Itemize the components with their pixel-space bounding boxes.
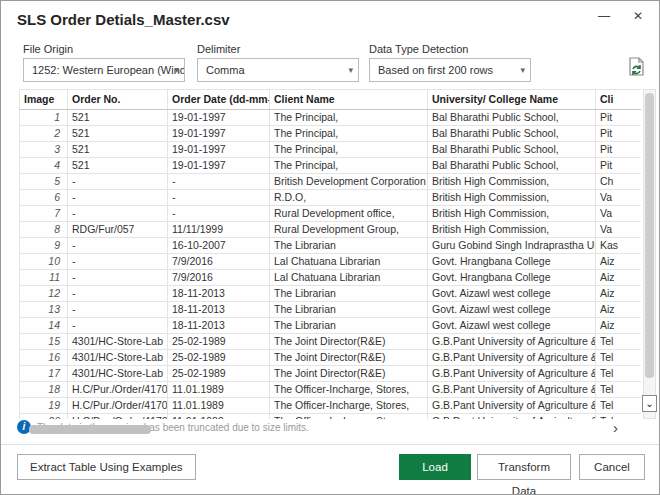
table-row[interactable]: 13-18-11-2013The LibrarianGovt. Aizawl w… [20,302,642,318]
cell-client-name: The Librarian [270,238,428,254]
cell-client-name: The Joint Director(R&E) [270,334,428,350]
table-row[interactable]: 18H.C/Pur./Order/41701011.01.1989The Off… [20,382,642,398]
file-origin-value: 1252: Western European (Windows) [32,64,185,76]
file-origin-dropdown[interactable]: 1252: Western European (Windows) ▾ [23,58,185,82]
cell-university-name: Govt. Aizawl west college [428,302,596,318]
cell-order-date: 25-02-1989 [168,350,270,366]
chevron-down-icon: ▾ [520,59,525,81]
column-header-university-name[interactable]: University/ College Name [428,90,596,110]
cell-image-rownum: 1 [20,110,68,126]
cell-university-name: Govt. Aizawl west college [428,286,596,302]
cell-university-name: Bal Bharathi Public School, [428,142,596,158]
table-row[interactable]: 9-16-10-2007The LibrarianGuru Gobind Sin… [20,238,642,254]
cell-order-no: - [68,302,168,318]
cell-image-rownum: 8 [20,222,68,238]
cell-order-date: 11.01.1989 [168,414,270,420]
table-row[interactable]: 452119-01-1997The Principal,Bal Bharathi… [20,158,642,174]
transform-data-button[interactable]: Transform Data [477,454,571,480]
cell-client-clipped: Aiz [596,302,642,318]
table-row[interactable]: 5--British Development Corporation offic… [20,174,642,190]
table-row[interactable]: 14-18-11-2013The LibrarianGovt. Aizawl w… [20,318,642,334]
cell-order-no: 4301/HC-Store-Lab [68,350,168,366]
vertical-scrollbar[interactable]: ⌄ [643,89,656,419]
cell-order-date: 18-11-2013 [168,318,270,334]
cancel-button[interactable]: Cancel [579,454,645,480]
cell-order-no: - [68,174,168,190]
cell-order-date: 7/9/2016 [168,270,270,286]
load-button[interactable]: Load [399,454,471,480]
cell-client-name: Lal Chatuana Librarian [270,270,428,286]
file-origin-label: File Origin [23,43,73,55]
cell-client-clipped: Pit [596,142,642,158]
delimiter-dropdown[interactable]: Comma ▾ [197,58,359,82]
cell-university-name: Govt. Hrangbana College [428,270,596,286]
table-row[interactable]: 174301/HC-Store-Lab25-02-1989The Joint D… [20,366,642,382]
cell-image-rownum: 3 [20,142,68,158]
data-type-detection-dropdown[interactable]: Based on first 200 rows ▾ [369,58,531,82]
scroll-right-button[interactable]: › [613,419,618,436]
cell-image-rownum: 2 [20,126,68,142]
table-row[interactable]: 6--R.D.O,British High Commission,Va [20,190,642,206]
refresh-preview-icon[interactable] [627,57,647,79]
column-header-image[interactable]: Image [20,90,68,110]
cell-client-clipped: Pit [596,110,642,126]
cell-client-name: The Officer-Incharge, Stores, [270,382,428,398]
cell-client-clipped: Aiz [596,254,642,270]
table-row[interactable]: 12-18-11-2013The LibrarianGovt. Aizawl w… [20,286,642,302]
cell-client-clipped: Va [596,190,642,206]
table-row[interactable]: 10-7/9/2016Lal Chatuana LibrarianGovt. H… [20,254,642,270]
cell-university-name: G.B.Pant University of Agriculture & Tec… [428,350,596,366]
window-controls: — ✕ [595,9,647,23]
csv-import-dialog: SLS Order Detials_Master.csv — ✕ File Or… [0,0,660,495]
cell-client-clipped: Aiz [596,318,642,334]
extract-table-button[interactable]: Extract Table Using Examples [17,454,196,480]
table-row[interactable]: 352119-01-1997The Principal,Bal Bharathi… [20,142,642,158]
table-row[interactable]: 11-7/9/2016Lal Chatuana LibrarianGovt. H… [20,270,642,286]
cell-client-name: The Librarian [270,286,428,302]
table-row[interactable]: 164301/HC-Store-Lab25-02-1989The Joint D… [20,350,642,366]
cell-order-date: 7/9/2016 [168,254,270,270]
table-row[interactable]: 152119-01-1997The Principal,Bal Bharathi… [20,110,642,126]
column-header-order-date[interactable]: Order Date (dd-mm-yyyy) [168,90,270,110]
cell-order-date: 19-01-1997 [168,126,270,142]
close-icon[interactable]: ✕ [629,9,647,23]
horizontal-scrollbar-thumb[interactable] [29,425,151,434]
table-row[interactable]: 154301/HC-Store-Lab25-02-1989The Joint D… [20,334,642,350]
table-row[interactable]: 20H.C/Pur./Order/41701011.01.1989The Off… [20,414,642,420]
cell-image-rownum: 9 [20,238,68,254]
table-row[interactable]: 7--Rural Development office,British High… [20,206,642,222]
cell-client-clipped: Aiz [596,270,642,286]
column-header-client-name[interactable]: Client Name [270,90,428,110]
cell-order-no: H.C/Pur./Order/417010 [68,398,168,414]
cell-university-name: G.B.Pant University of Agriculture & Tec… [428,398,596,414]
cell-client-clipped: Tel [596,382,642,398]
cell-client-clipped: Tel [596,398,642,414]
vertical-scrollbar-thumb[interactable] [645,93,654,378]
cell-order-no: 521 [68,126,168,142]
dialog-title: SLS Order Detials_Master.csv [17,11,230,28]
minimize-icon[interactable]: — [595,9,613,23]
cell-client-name: R.D.O, [270,190,428,206]
cell-image-rownum: 7 [20,206,68,222]
scroll-down-button[interactable]: ⌄ [642,395,657,412]
cell-order-no: H.C/Pur./Order/417010 [68,382,168,398]
cell-order-no: - [68,318,168,334]
cell-image-rownum: 6 [20,190,68,206]
table-row[interactable]: 19H.C/Pur./Order/41701011.01.1989The Off… [20,398,642,414]
cell-order-date: - [168,206,270,222]
cell-order-date: 25-02-1989 [168,334,270,350]
chevron-down-icon: ▾ [174,59,179,81]
cell-order-no: 4301/HC-Store-Lab [68,366,168,382]
data-type-detection-label: Data Type Detection [369,43,468,55]
table-row[interactable]: 8RDG/Fur/05711/11/1999Rural Development … [20,222,642,238]
cell-client-name: The Principal, [270,126,428,142]
cell-university-name: Bal Bharathi Public School, [428,110,596,126]
cell-client-name: The Librarian [270,302,428,318]
table-header-row: Image Order No. Order Date (dd-mm-yyyy) … [20,90,642,110]
data-type-detection-value: Based on first 200 rows [378,64,493,76]
table-body: 152119-01-1997The Principal,Bal Bharathi… [20,110,642,420]
column-header-order-no[interactable]: Order No. [68,90,168,110]
column-header-client-clipped[interactable]: Cli [596,90,642,110]
table-row[interactable]: 252119-01-1997The Principal,Bal Bharathi… [20,126,642,142]
cell-order-date: 16-10-2007 [168,238,270,254]
